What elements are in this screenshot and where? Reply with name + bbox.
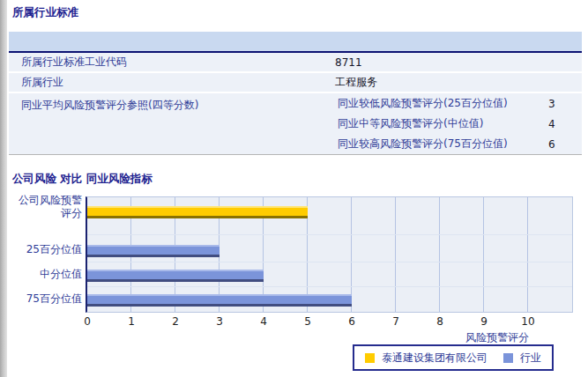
legend-item: 泰通建设集团有限公司 xyxy=(365,351,488,366)
band-separator xyxy=(87,262,572,262)
legend-label: 行业 xyxy=(520,351,541,366)
table-header-band xyxy=(9,32,582,53)
table-row: 所属行业标准工业代码8711 xyxy=(9,53,582,73)
category-label: 25百分位值 xyxy=(9,243,82,256)
sub-row-label: 同业较高风险预警评分(75百分位值) xyxy=(335,137,548,152)
sub-row-label: 同业中等风险预警评分(中位值) xyxy=(335,116,548,131)
x-tick-label: 9 xyxy=(473,315,495,328)
group-row-label: 同业平均风险预警评分参照(四等分数) xyxy=(9,93,335,113)
row-label: 所属行业标准工业代码 xyxy=(9,55,335,70)
chart-legend: 泰通建设集团有限公司行业 xyxy=(353,344,554,371)
vertical-gridline xyxy=(527,197,528,312)
group-sub-row: 同业中等风险预警评分(中位值)4 xyxy=(335,114,582,134)
x-tick-label: 4 xyxy=(252,315,275,328)
legend-item: 行业 xyxy=(503,351,541,366)
industry-score-bar xyxy=(87,270,264,282)
row-value: 工程服务 xyxy=(335,75,582,90)
risk-comparison-chart: 公司风险预警 评分25百分位值中分位值75百分位值 012345678910 风… xyxy=(9,192,582,377)
row-value: 8711 xyxy=(335,56,582,69)
x-tick-label: 7 xyxy=(384,315,407,328)
sub-row-label: 同业较低风险预警评分(25百分位值) xyxy=(335,96,548,111)
vertical-gridline xyxy=(439,197,440,312)
x-axis-title: 风险预警评分 xyxy=(9,330,529,345)
legend-swatch-icon xyxy=(503,353,513,363)
x-tick-label: 0 xyxy=(76,315,99,328)
industry-score-bar xyxy=(87,245,220,257)
x-tick-label: 2 xyxy=(164,315,187,328)
table-row: 所属行业工程服务 xyxy=(9,73,582,93)
legend-label: 泰通建设集团有限公司 xyxy=(382,351,488,366)
x-tick-label: 6 xyxy=(340,315,363,328)
category-label: 公司风险预警 评分 xyxy=(9,194,82,220)
category-label: 中分位值 xyxy=(9,268,82,281)
band-separator xyxy=(87,286,572,287)
x-tick-label: 3 xyxy=(208,315,231,328)
risk-chart-section-title: 公司风险 对比 同业风险指标 xyxy=(12,172,153,187)
left-edge-strip xyxy=(0,0,7,377)
group-sub-rows: 同业较低风险预警评分(25百分位值)3同业中等风险预警评分(中位值)4同业较高风… xyxy=(335,93,582,154)
peer-average-group-row: 同业平均风险预警评分参照(四等分数) 同业较低风险预警评分(25百分位值)3同业… xyxy=(9,93,582,154)
group-sub-row: 同业较高风险预警评分(75百分位值)6 xyxy=(335,134,582,154)
chart-plot-area xyxy=(86,196,573,313)
vertical-gridline xyxy=(483,197,484,312)
industry-section-title: 所属行业标准 xyxy=(12,5,78,20)
band-separator xyxy=(87,234,572,235)
industry-score-bar xyxy=(87,294,352,307)
vertical-gridline xyxy=(395,197,396,312)
company-score-bar xyxy=(87,206,308,218)
table-rows: 所属行业标准工业代码8711所属行业工程服务 xyxy=(9,53,582,93)
x-tick-label: 10 xyxy=(517,315,540,328)
x-tick-label: 1 xyxy=(120,315,143,328)
row-label: 所属行业 xyxy=(9,75,335,90)
industry-standard-table: 所属行业标准工业代码8711所属行业工程服务 同业平均风险预警评分参照(四等分数… xyxy=(9,32,582,155)
group-sub-row: 同业较低风险预警评分(25百分位值)3 xyxy=(335,93,582,114)
category-label: 75百分位值 xyxy=(9,292,82,306)
sub-row-value: 4 xyxy=(548,118,582,130)
x-tick-label: 8 xyxy=(428,315,451,328)
legend-swatch-icon xyxy=(365,353,375,363)
sub-row-value: 3 xyxy=(548,98,582,110)
sub-row-value: 6 xyxy=(548,138,582,151)
x-tick-label: 5 xyxy=(296,315,319,328)
